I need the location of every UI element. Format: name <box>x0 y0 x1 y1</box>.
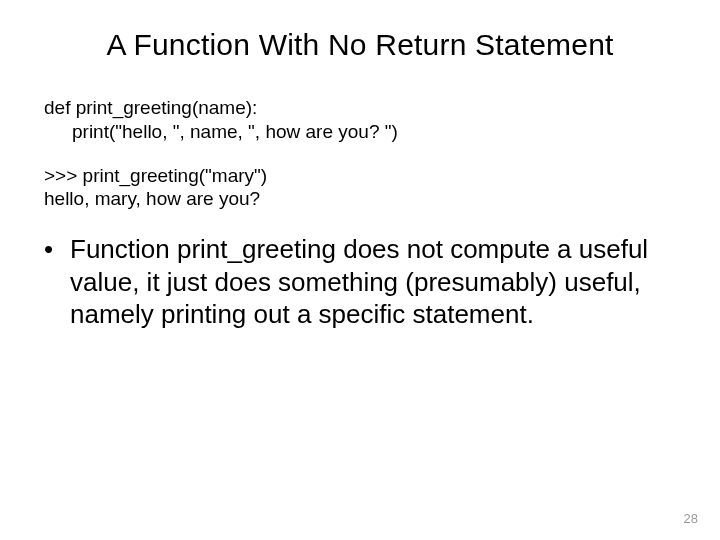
repl-output: hello, mary, how are you? <box>44 187 676 211</box>
slide: A Function With No Return Statement def … <box>0 0 720 540</box>
function-definition-block: def print_greeting(name): print("hello, … <box>44 96 676 144</box>
bullet-text: Function print_greeting does not compute… <box>70 233 676 331</box>
bullet-marker: • <box>44 233 70 331</box>
page-number: 28 <box>684 511 698 526</box>
code-line-def: def print_greeting(name): <box>44 96 676 120</box>
repl-input: >>> print_greeting("mary") <box>44 164 676 188</box>
bullet-item: • Function print_greeting does not compu… <box>44 233 676 331</box>
code-line-body: print("hello, ", name, ", how are you? "… <box>44 120 676 144</box>
repl-block: >>> print_greeting("mary") hello, mary, … <box>44 164 676 212</box>
slide-title: A Function With No Return Statement <box>44 28 676 62</box>
